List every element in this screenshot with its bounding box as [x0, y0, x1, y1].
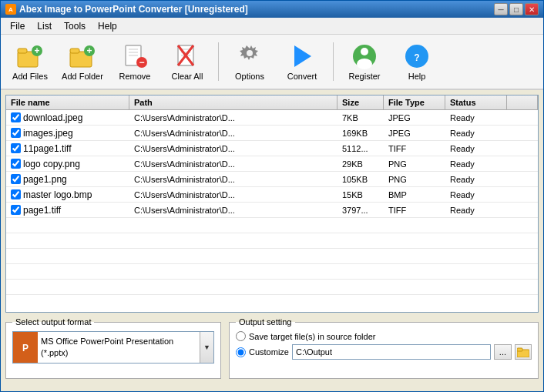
cell-extra-0	[507, 117, 538, 119]
toolbar: + Add Files + Add Folder	[1, 35, 543, 90]
cell-extra-1	[507, 132, 538, 134]
cell-path-6: C:\Users\Administrator\D...	[129, 205, 337, 216]
row-checkbox-3[interactable]	[11, 159, 21, 169]
svg-text:?: ?	[414, 52, 419, 63]
radio-customize[interactable]	[236, 347, 246, 357]
svg-point-20	[247, 50, 253, 56]
help-button[interactable]: ? Help	[392, 39, 442, 85]
format-selector[interactable]: P MS Office PowerPoint Presentation (*.p…	[12, 331, 214, 364]
row-checkbox-6[interactable]	[11, 205, 21, 215]
app-icon: A	[5, 4, 16, 15]
radio-source-label[interactable]: Save target file(s) in source folder	[249, 332, 375, 341]
cell-size-1: 169KB	[337, 128, 384, 139]
browse-button[interactable]: ...	[494, 344, 512, 360]
row-checkbox-5[interactable]	[11, 189, 21, 199]
clear-all-button[interactable]: Clear All	[163, 39, 212, 85]
menu-list[interactable]: List	[31, 19, 58, 33]
convert-button[interactable]: Convert	[277, 39, 327, 85]
title-bar: A Abex Image to PowerPoint Converter [Un…	[1, 1, 543, 18]
clear-all-label: Clear All	[172, 72, 203, 81]
format-dropdown-arrow[interactable]: ▼	[200, 332, 213, 363]
table-row: 11page1.tiff C:\Users\Administrator\D...…	[6, 141, 538, 156]
table-row-empty	[6, 280, 538, 295]
cell-path-2: C:\Users\Administrator\D...	[129, 143, 337, 154]
window-title: Abex Image to PowerPoint Converter [Unre…	[19, 4, 248, 15]
cell-status-6: Ready	[445, 205, 507, 216]
radio-customize-label[interactable]: Customize	[249, 347, 289, 357]
cell-filetype-5: BMP	[384, 189, 445, 200]
radio-customize-row: Customize ...	[236, 344, 532, 360]
row-checkbox-0[interactable]	[11, 112, 21, 122]
cell-size-2: 5112...	[337, 143, 384, 154]
menu-file[interactable]: File	[4, 19, 31, 33]
options-button[interactable]: Options	[225, 39, 274, 85]
col-header-extra	[507, 95, 538, 109]
cell-filename-2: 11page1.tiff	[6, 142, 129, 155]
svg-rect-1	[18, 49, 27, 53]
radio-source-row: Save target file(s) in source folder	[236, 331, 532, 341]
register-button[interactable]: Register	[340, 39, 389, 85]
customize-path-input[interactable]	[292, 344, 491, 360]
convert-icon	[288, 42, 316, 70]
add-folder-label: Add Folder	[62, 72, 103, 81]
cell-status-0: Ready	[445, 112, 507, 123]
add-files-label: Add Files	[12, 72, 48, 81]
col-header-filename: File name	[6, 95, 129, 109]
close-button[interactable]: ✕	[525, 3, 539, 15]
svg-text:−: −	[139, 57, 144, 68]
add-files-button[interactable]: + Add Files	[5, 39, 55, 85]
maximize-button[interactable]: □	[509, 3, 523, 15]
cell-size-6: 3797...	[337, 205, 384, 216]
cell-path-3: C:\Users\Administrator\D...	[129, 159, 337, 169]
cell-filetype-6: TIFF	[384, 205, 445, 216]
table-row-empty	[6, 218, 538, 233]
row-checkbox-4[interactable]	[11, 174, 21, 184]
svg-point-24	[357, 59, 372, 69]
help-label: Help	[408, 72, 426, 81]
table-row-empty	[6, 264, 538, 280]
cell-extra-6	[507, 209, 538, 211]
table-row: images.jpeg C:\Users\Administrator\D... …	[6, 126, 538, 141]
table-row: master logo.bmp C:\Users\Administrator\D…	[6, 187, 538, 203]
col-header-status: Status	[445, 95, 507, 109]
cell-filetype-3: PNG	[384, 159, 445, 169]
cell-filename-5: master logo.bmp	[6, 189, 129, 201]
row-checkbox-2[interactable]	[11, 143, 21, 153]
cell-filename-6: page1.tiff	[6, 204, 129, 216]
table-header: File name Path Size File Type Status	[6, 95, 538, 110]
cell-filename-3: logo copy.png	[6, 158, 129, 170]
row-checkbox-1[interactable]	[11, 128, 21, 138]
app-window: A Abex Image to PowerPoint Converter [Un…	[0, 0, 544, 392]
format-text: MS Office PowerPoint Presentation (*.ppt…	[38, 332, 200, 363]
toolbar-separator-2	[333, 42, 334, 81]
open-folder-button[interactable]	[515, 344, 532, 360]
title-bar-controls: ─ □ ✕	[494, 3, 539, 15]
cell-path-4: C:\Users\Administrator\D...	[129, 174, 337, 185]
remove-label: Remove	[119, 72, 151, 81]
cell-path-5: C:\Users\Administrator\D...	[129, 189, 337, 200]
cell-size-3: 29KB	[337, 159, 384, 169]
cell-filename-4: page1.png	[6, 173, 129, 186]
add-folder-button[interactable]: + Add Folder	[58, 39, 107, 85]
minimize-button[interactable]: ─	[494, 3, 508, 15]
clear-all-icon	[173, 42, 201, 70]
menu-tools[interactable]: Tools	[58, 19, 92, 33]
svg-text:+: +	[86, 45, 92, 56]
cell-filetype-2: TIFF	[384, 143, 445, 154]
cell-extra-2	[507, 148, 538, 149]
radio-source[interactable]	[236, 331, 246, 341]
convert-label: Convert	[287, 72, 317, 81]
remove-button[interactable]: − Remove	[110, 39, 160, 85]
title-bar-left: A Abex Image to PowerPoint Converter [Un…	[5, 4, 248, 15]
table-row: download.jpeg C:\Users\Administrator\D..…	[6, 110, 538, 126]
svg-text:P: P	[22, 343, 29, 353]
menu-help[interactable]: Help	[92, 19, 123, 33]
svg-rect-5	[70, 49, 79, 53]
svg-marker-21	[294, 45, 311, 67]
add-files-icon: +	[16, 42, 44, 70]
cell-status-2: Ready	[445, 143, 507, 154]
table-row-empty	[6, 233, 538, 249]
output-format-panel: Select output format P MS Office PowerPo…	[5, 317, 221, 387]
cell-filename-1: images.jpeg	[6, 127, 129, 139]
cell-filetype-1: JPEG	[384, 128, 445, 139]
